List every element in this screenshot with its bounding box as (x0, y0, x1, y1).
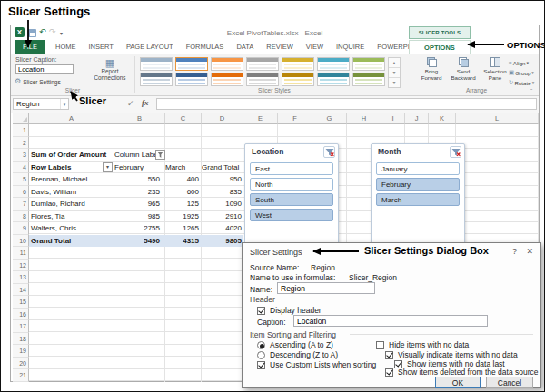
slicer-style-thumb[interactable] (246, 57, 279, 71)
descending-radio[interactable] (257, 351, 265, 359)
row-header-5[interactable]: 5 (13, 173, 29, 186)
slicer-style-thumb[interactable] (282, 57, 314, 71)
display-header-checkbox[interactable] (257, 307, 265, 315)
row-header-2[interactable]: 2 (13, 137, 29, 150)
fx-icon[interactable]: fx (142, 98, 149, 107)
column-header-k[interactable]: K (429, 113, 456, 124)
pivot-value-total[interactable]: 1090 (202, 198, 242, 211)
send-backward-button[interactable]: Send Backward (448, 57, 479, 85)
collapse-ribbon-icon[interactable]: ˆ (530, 88, 532, 94)
gallery-scroll-down-icon[interactable]: ▼ (389, 68, 400, 78)
pivot-grand-total-february[interactable]: 5490 (114, 235, 160, 248)
pivot-col-header-grand-total[interactable]: Grand Total (202, 162, 242, 174)
ribbon-tab-insert[interactable]: INSERT (83, 40, 120, 54)
rotate-button[interactable]: ↻ Rotate ▾ (509, 78, 540, 87)
slicer-item-north[interactable]: North (250, 178, 333, 191)
name-input[interactable] (277, 282, 375, 294)
ribbon-tab-formulas[interactable]: FORMULAS (180, 40, 231, 54)
group-button[interactable]: ▣ Group ▾ (509, 68, 540, 77)
ribbon-tab-home[interactable]: HOME (49, 40, 83, 54)
cancel-button[interactable]: Cancel (486, 377, 533, 388)
column-header-i[interactable]: I (382, 113, 405, 124)
row-header-9[interactable]: 9 (13, 222, 29, 235)
pivot-value-total[interactable]: 4020 (202, 222, 242, 235)
row-header-3[interactable]: 3 (13, 149, 29, 162)
row-header-8[interactable]: 8 (13, 211, 29, 223)
row-header-16[interactable]: 16 (13, 309, 29, 321)
formula-input[interactable] (156, 98, 537, 110)
row-header-6[interactable]: 6 (13, 186, 29, 199)
pivot-value-total[interactable]: 2910 (202, 211, 242, 223)
close-icon[interactable]: ✕ (526, 247, 533, 256)
column-header-g[interactable]: G (312, 113, 347, 124)
slicer-style-thumb[interactable] (175, 73, 208, 86)
pivot-grand-total-march[interactable]: 4315 (165, 235, 199, 248)
pivot-row-label[interactable]: Brennan, Michael (31, 173, 113, 186)
pivot-value-total[interactable]: 835 (202, 186, 242, 199)
slicer-style-thumb[interactable] (246, 73, 279, 86)
pivot-row-label[interactable]: Dumlao, Richard (31, 198, 113, 211)
pivot-value-february[interactable]: 985 (114, 211, 160, 223)
pivot-row-label[interactable]: Davis, William (31, 186, 113, 199)
slicer-item-west[interactable]: West (250, 209, 333, 221)
column-labels-filter-icon[interactable] (155, 150, 165, 160)
ascending-radio[interactable] (257, 341, 265, 349)
slicer-settings-button[interactable]: ⚙ Slicer Settings (15, 78, 61, 85)
show-deleted-checkbox[interactable] (385, 368, 393, 377)
slicer-item-march[interactable]: March (376, 193, 460, 206)
slicer-item-east[interactable]: East (250, 162, 333, 175)
ribbon-tab-options[interactable]: OPTIONS (409, 40, 471, 54)
slicer-caption-input[interactable] (15, 64, 74, 74)
slicer-style-thumb[interactable] (211, 57, 243, 71)
row-header-1[interactable]: 1 (13, 124, 29, 137)
column-header-d[interactable]: D (202, 113, 243, 124)
slicer-item-february[interactable]: February (376, 178, 460, 191)
row-header-20[interactable]: 20 (13, 358, 29, 370)
slicer-location[interactable]: Location EastNorthSouthWest (244, 143, 339, 256)
ribbon-tab-file[interactable]: FILE (15, 40, 45, 54)
slicer-item-january[interactable]: January (376, 162, 460, 175)
pivot-row-labels-cell[interactable]: Row Labels (31, 162, 94, 174)
slicer-style-thumb[interactable] (352, 57, 385, 71)
row-header-14[interactable]: 14 (13, 284, 29, 297)
pivot-col-header-march[interactable]: March (165, 162, 199, 174)
slicer-item-south[interactable]: South (250, 193, 333, 206)
name-box[interactable]: Region ▾ (13, 98, 69, 110)
gallery-scroll-up-icon[interactable]: ▲ (389, 58, 400, 68)
pivot-row-label[interactable]: Walters, Chris (31, 222, 113, 235)
row-header-19[interactable]: 19 (13, 345, 29, 358)
pivot-value-february[interactable]: 235 (114, 186, 160, 199)
pivot-value-march[interactable]: 400 (165, 173, 199, 186)
ribbon-tab-data[interactable]: DATA (230, 40, 260, 54)
column-header-j[interactable]: J (405, 113, 429, 124)
slicer-style-thumb[interactable] (282, 73, 314, 86)
pivot-value-march[interactable]: 600 (165, 186, 199, 199)
name-box-dropdown-icon[interactable]: ▾ (60, 99, 68, 109)
row-header-4[interactable]: 4 (13, 162, 29, 174)
pivot-column-labels-cell[interactable]: Column Labels (114, 149, 154, 162)
pivot-value-february[interactable]: 965 (114, 198, 160, 211)
row-header-11[interactable]: 11 (13, 247, 29, 260)
hide-items-checkbox[interactable] (376, 341, 384, 349)
column-header-e[interactable]: E (243, 113, 278, 124)
ribbon-tab-page-layout[interactable]: PAGE LAYOUT (120, 40, 180, 54)
row-header-17[interactable]: 17 (13, 320, 29, 333)
slicer-style-thumb[interactable] (140, 57, 173, 71)
pivot-value-february[interactable]: 550 (114, 173, 160, 186)
slicer-style-thumb[interactable] (211, 73, 243, 86)
slicer-style-thumb[interactable] (317, 73, 350, 86)
row-header-18[interactable]: 18 (13, 333, 29, 346)
row-labels-dropdown-icon[interactable]: ▾ (103, 162, 113, 172)
ribbon-tab-view[interactable]: VIEW (300, 40, 330, 54)
row-header-7[interactable]: 7 (13, 198, 29, 211)
ribbon-tab-inquire[interactable]: INQUIRE (330, 40, 371, 54)
bring-forward-button[interactable]: Bring Forward (416, 57, 447, 85)
pivot-value-march[interactable]: 1265 (165, 222, 199, 235)
align-button[interactable]: ≡ Align ▾ (509, 58, 540, 67)
clear-filter-icon[interactable] (450, 146, 461, 158)
column-header-a[interactable]: A (29, 113, 114, 124)
pivot-grand-total-total[interactable]: 9805 (202, 235, 242, 248)
visually-indicate-checkbox[interactable] (385, 351, 393, 359)
pivot-row-label[interactable]: Flores, Tia (31, 211, 113, 223)
report-connections-button[interactable]: ▦ Report Connections (87, 58, 133, 81)
